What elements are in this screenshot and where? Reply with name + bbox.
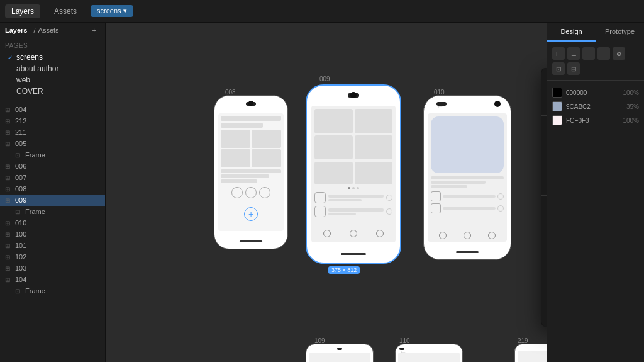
code-section: Code Copy React (JSX) Optimize Layout	[541, 196, 547, 327]
separator: /	[33, 26, 35, 34]
frame-icon: ⊞	[5, 242, 13, 249]
layer-name: 009	[15, 196, 26, 204]
align-top-button[interactable]: ⊤	[597, 47, 610, 60]
color-pct-0: 100%	[623, 89, 639, 96]
align-right-button[interactable]: ⊣	[582, 47, 595, 60]
layer-101[interactable]: ⊞ 101	[0, 240, 105, 251]
layer-frame-2[interactable]: ⊡ Frame	[0, 206, 105, 217]
page-name: web	[16, 76, 30, 84]
color-row-1[interactable]: 9CABC2 35%	[552, 99, 639, 113]
screen-110	[398, 353, 460, 362]
size-badge: 375 × 812	[328, 266, 360, 274]
color-hex-0: 000000	[566, 89, 587, 96]
page-web[interactable]: web	[5, 74, 100, 86]
plugin-panel: Figma to Code (HTML, Tailwind, Flutter, …	[541, 68, 547, 327]
layer-100[interactable]: ⊞ 100	[0, 229, 105, 240]
frame-icon: ⊞	[5, 140, 13, 147]
page-cover[interactable]: COVER	[5, 86, 100, 97]
layer-name: 211	[15, 128, 26, 136]
tab-prototype[interactable]: Prototype	[596, 23, 644, 42]
phone-008[interactable]: +	[214, 95, 288, 249]
back-110: ←	[399, 348, 404, 350]
frame-icon: ⊞	[5, 265, 13, 272]
add-page-button[interactable]: +	[92, 27, 96, 34]
tab-assets[interactable]: Assets	[48, 4, 83, 18]
layers-tab-label[interactable]: Layers	[5, 26, 27, 34]
page-about-author[interactable]: about author	[5, 63, 100, 74]
plugin-header: Figma to Code (HTML, Tailwind, Flutter, …	[541, 68, 547, 91]
layer-frame-1[interactable]: ⊡ Frame	[0, 149, 105, 161]
layer-006[interactable]: ⊞ 006	[0, 161, 105, 172]
align-center-v-button[interactable]: ⊕	[613, 47, 625, 60]
align-bottom-button[interactable]: ⊡	[552, 62, 565, 75]
color-swatches: 000000 100% 9CABC2 35% FCF0F3 100%	[547, 81, 644, 132]
sidebar-header: Layers / Assets +	[0, 23, 105, 38]
pages-section: Pages ✓ screens about author web COVER	[0, 38, 105, 101]
tab-design[interactable]: Design	[547, 23, 596, 42]
frame-icon: ⊞	[5, 163, 13, 170]
frame-icon: ⊞	[5, 174, 13, 181]
layer-102[interactable]: ⊞ 102	[0, 251, 105, 263]
screens-dropdown[interactable]: screens ▾	[91, 5, 133, 17]
page-name: screens	[16, 53, 43, 62]
color-row-0[interactable]: 000000 100%	[552, 86, 639, 99]
color-info-2: FCF0F3 100%	[566, 117, 639, 124]
camera-010	[494, 101, 501, 107]
layer-005[interactable]: ⊞ 005	[0, 138, 105, 149]
add-btn-008[interactable]: +	[244, 207, 258, 221]
sidebar: Layers / Assets + Pages ✓ screens about …	[0, 23, 106, 362]
frame-icon: ⊞	[5, 118, 13, 125]
layer-name: 212	[15, 117, 26, 125]
frame-icon: ⊞	[5, 220, 13, 227]
layer-004[interactable]: ⊞ 004	[0, 104, 105, 115]
layer-008[interactable]: ⊞ 008	[0, 183, 105, 195]
layer-name: 004	[15, 106, 26, 113]
phone-010[interactable]: ←	[423, 95, 511, 260]
layer-007[interactable]: ⊞ 007	[0, 172, 105, 183]
color-info-0: 000000 100%	[566, 89, 639, 96]
color-hex-1: 9CABC2	[566, 103, 591, 110]
layer-name: 010	[15, 219, 26, 227]
home-bar-008	[240, 240, 262, 242]
main-layout: Layers / Assets + Pages ✓ screens about …	[0, 23, 644, 362]
phone-009-selected[interactable]	[306, 84, 401, 264]
layer-name: 102	[15, 253, 26, 261]
frame-icon: ⊞	[5, 276, 13, 283]
screen-219	[518, 351, 547, 362]
layer-name: 008	[15, 185, 26, 193]
phone-219[interactable]	[514, 344, 547, 362]
color-swatch-pink	[552, 115, 562, 125]
distribute-button[interactable]: ⊟	[567, 62, 580, 75]
check-icon: ✓	[8, 54, 14, 61]
layer-212[interactable]: ⊞ 212	[0, 115, 105, 127]
layer-010[interactable]: ⊞ 010	[0, 217, 105, 229]
frame-icon: ⊞	[5, 106, 13, 113]
camera-008	[248, 101, 253, 106]
phone-110[interactable]: ←	[395, 344, 463, 362]
layer-frame-3[interactable]: ⊡ Frame	[0, 285, 105, 297]
component-icon: ⊡	[15, 288, 23, 295]
component-icon: ⊡	[15, 208, 23, 215]
layer-009[interactable]: ⊞ 009	[0, 195, 105, 206]
align-left-button[interactable]: ⊢	[552, 47, 565, 60]
screen-010	[428, 113, 507, 242]
layer-name: 007	[15, 174, 26, 181]
page-screens[interactable]: ✓ screens	[5, 52, 100, 63]
layer-name: Frame	[25, 287, 45, 295]
back-arrow-010: ←	[436, 102, 447, 106]
frame-icon: ⊞	[5, 254, 13, 261]
align-center-h-button[interactable]: ⊥	[567, 47, 580, 60]
layer-104[interactable]: ⊞ 104	[0, 274, 105, 285]
layer-name: 005	[15, 140, 26, 147]
right-panel-tabs: Design Prototype	[547, 23, 644, 42]
layer-211[interactable]: ⊞ 211	[0, 127, 105, 138]
tab-layers[interactable]: Layers	[5, 4, 40, 18]
color-pct-1: 35%	[626, 103, 639, 110]
phone-109[interactable]	[306, 344, 374, 362]
color-pct-2: 100%	[623, 117, 639, 124]
screen-009	[311, 106, 396, 242]
canvas[interactable]: 008 009 010	[106, 23, 547, 362]
color-row-2[interactable]: FCF0F3 100%	[552, 113, 639, 127]
layer-103[interactable]: ⊞ 103	[0, 263, 105, 274]
assets-tab-label[interactable]: Assets	[38, 26, 59, 34]
